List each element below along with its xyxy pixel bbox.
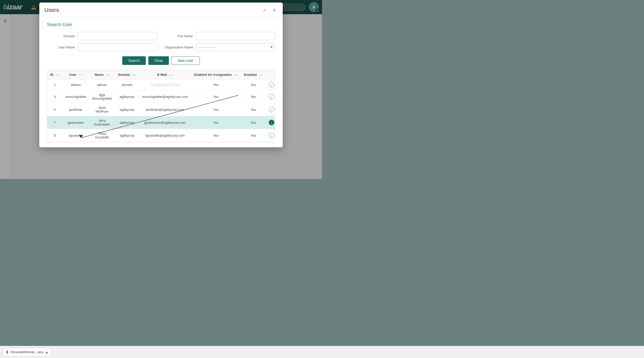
user-sort-icon[interactable]: ▲▼ (78, 74, 82, 76)
cell-id: 3 (47, 90, 62, 103)
expand-button[interactable]: ⤢ (261, 7, 268, 14)
enabled-sort-icon[interactable]: ▲▼ (259, 74, 263, 76)
action-icons: ↓ 👤 ✏ 🗑 (269, 120, 275, 125)
users-modal: Users ⤢ ✕ Search User Domain Full Name (39, 3, 283, 147)
download-icon[interactable]: ↓ (269, 94, 274, 99)
cell-domain: agilitycorp (115, 103, 139, 116)
modal-header: Users ⤢ ✕ (39, 3, 283, 17)
cell-enabled: Yes (241, 103, 266, 116)
new-user-button[interactable]: New User (171, 56, 200, 65)
cell-actions: ↓ 👤 ✏ 🗑 (266, 103, 275, 116)
assignation-sort-icon[interactable]: ▲▼ (234, 74, 238, 76)
col-id: ID ▲▼ (47, 70, 62, 79)
search-form: Domain Full Name User Name Organization … (47, 32, 275, 51)
cell-id: 9 (47, 129, 62, 142)
fullname-input[interactable] (196, 32, 275, 40)
cell-user: admon (62, 79, 89, 90)
org-label: Organization Name (165, 45, 193, 49)
email-sort-icon[interactable]: ▲▼ (169, 74, 173, 76)
action-icons: ↓ 👤 ✏ 🗑 (269, 82, 275, 87)
modal-body: Search User Domain Full Name User Name (39, 17, 283, 147)
action-icons: ↓ 👤 ✏ 🗑 (269, 107, 275, 112)
users-table-container: ID ▲▼ User ▲▼ Name ▲▼ Domain ▲▼ (47, 70, 275, 142)
table-body: 1 admon admon domain email@domain.com Ye… (47, 79, 275, 142)
cell-name: Iggy Munchgobble (89, 90, 115, 103)
table-row[interactable]: 5 jwolfman Janis Wolfman agilitycorp jwo… (47, 103, 275, 116)
fullname-row: Full Name (165, 32, 275, 40)
download-icon[interactable]: ↓ (269, 133, 274, 138)
cell-id: 1 (47, 79, 62, 90)
fullname-label: Full Name (165, 34, 193, 38)
cell-id: 7 (47, 116, 62, 129)
cell-email: jwolfman@agilitycorp.com (139, 103, 191, 116)
cell-enabled-assignation: Yes (191, 129, 241, 142)
search-section-title: Search User (47, 22, 275, 27)
username-input[interactable] (78, 43, 157, 51)
col-email: E-Mail ▲▼ (139, 70, 191, 79)
col-name: Name ▲▼ (89, 70, 115, 79)
domain-input[interactable] (78, 32, 157, 40)
download-icon[interactable]: ↓ (269, 107, 274, 112)
clear-button[interactable]: Clear (148, 56, 169, 65)
download-icon[interactable]: ↓ (269, 120, 274, 125)
action-icons: ↓ 👤 ✏ 🗑 (269, 94, 275, 99)
cell-enabled: Yes (241, 116, 266, 129)
cell-actions: ↓ 👤 ✏ 🗑 (266, 129, 275, 142)
cell-actions: ↓ 👤 ✏ 🗑 (266, 116, 275, 129)
username-row: User Name (47, 43, 157, 51)
cell-email: jgodmaster@agilitycorp.com (139, 116, 191, 129)
cell-user: jgodmaster (62, 116, 89, 129)
cell-name: Tracy Goodville (89, 129, 115, 142)
cell-enabled-assignation: Yes (191, 116, 241, 129)
domain-label: Domain (47, 34, 75, 38)
org-select[interactable]: ---------------- (196, 43, 275, 51)
cell-enabled-assignation: Yes (191, 79, 241, 90)
search-button[interactable]: Search (122, 56, 146, 65)
org-row: Organization Name ---------------- (165, 43, 275, 51)
domain-sort-icon[interactable]: ▲▼ (132, 74, 136, 76)
action-icons: ↓ 👤 ✏ 🗑 (269, 133, 275, 138)
cell-actions: ↓ 👤 ✏ 🗑 (266, 79, 275, 90)
table-row[interactable]: 3 imunchgobble Iggy Munchgobble agilityc… (47, 90, 275, 103)
col-domain: Domain ▲▼ (115, 70, 139, 79)
cell-name: admon (89, 79, 115, 90)
cell-domain: agilitycorp (115, 129, 139, 142)
cell-email: imunchgobble@agilitycorp.com (139, 90, 191, 103)
col-user: User ▲▼ (62, 70, 89, 79)
cell-domain: agilitycorp (115, 116, 139, 129)
close-button[interactable]: ✕ (271, 7, 278, 14)
cell-email: tgoodville@agilitycorp.com (139, 129, 191, 142)
username-label: User Name (47, 45, 75, 49)
cell-user: imunchgobble (62, 90, 89, 103)
cell-domain: agilitycorp (115, 90, 139, 103)
table-row[interactable]: 9 tgoodville Tracy Goodville agilitycorp… (47, 129, 275, 142)
table-header-row: ID ▲▼ User ▲▼ Name ▲▼ Domain ▲▼ (47, 70, 275, 79)
domain-row: Domain (47, 32, 157, 40)
name-sort-icon[interactable]: ▲▼ (105, 74, 110, 76)
cell-actions: ↓ 👤 ✏ 🗑 (266, 90, 275, 103)
cell-enabled-assignation: Yes (191, 103, 241, 116)
modal-header-actions: ⤢ ✕ (261, 7, 278, 14)
cell-user: tgoodville (62, 129, 89, 142)
modal-title: Users (44, 7, 59, 13)
cell-user: jwolfman (62, 103, 89, 116)
cell-email: email@domain.com (139, 79, 191, 90)
download-icon[interactable]: ↓ (269, 82, 274, 87)
users-table: ID ▲▼ User ▲▼ Name ▲▼ Domain ▲▼ (47, 70, 275, 142)
cell-enabled-assignation: Yes (191, 90, 241, 103)
col-actions (266, 70, 275, 79)
col-enabled: Enabled ▲▼ (241, 70, 266, 79)
cell-name: Jerry Godmaster (89, 116, 115, 129)
cell-id: 5 (47, 103, 62, 116)
modal-overlay: Users ⤢ ✕ Search User Domain Full Name (0, 0, 322, 179)
id-sort-icon[interactable]: ▲▼ (56, 74, 60, 76)
col-enabled-assignation: Enabled for Assignation ▲▼ (191, 70, 241, 79)
table-row[interactable]: 7 jgodmaster Jerry Godmaster agilitycorp… (47, 116, 275, 129)
cell-domain: domain (115, 79, 139, 90)
table-row[interactable]: 1 admon admon domain email@domain.com Ye… (47, 79, 275, 90)
cell-enabled: Yes (241, 90, 266, 103)
cell-enabled: Yes (241, 129, 266, 142)
button-row: Search Clear New User (47, 56, 275, 65)
cell-name: Janis Wolfman (89, 103, 115, 116)
cell-enabled: Yes (241, 79, 266, 90)
